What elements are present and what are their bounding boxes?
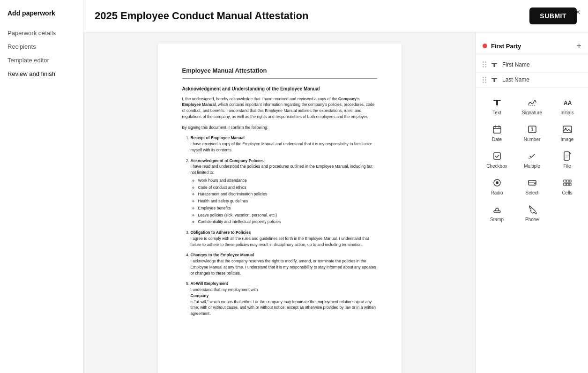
- first-name-label: First Name: [502, 61, 581, 68]
- doc-items-list: Receipt of Employee Manual I have receiv…: [182, 135, 377, 317]
- document-paper: Employee Manual Attestation Acknowledgme…: [158, 44, 402, 373]
- tool-number[interactable]: 1 Number: [515, 119, 549, 145]
- tool-cells[interactable]: Cells: [550, 172, 584, 198]
- content-area: Employee Manual Attestation Acknowledgme…: [83, 32, 588, 373]
- doc-intro: I, the undersigned, hereby acknowledge t…: [182, 96, 377, 120]
- item-title: At-Will Employment: [191, 281, 377, 287]
- svg-rect-28: [566, 183, 569, 186]
- svg-rect-14: [563, 126, 572, 133]
- tool-select-label: Select: [526, 190, 539, 195]
- file-icon: [562, 150, 573, 162]
- svg-rect-29: [569, 183, 571, 186]
- add-party-button[interactable]: +: [576, 42, 581, 50]
- tool-signature-label: Signature: [522, 110, 542, 115]
- multiple-icon: [527, 150, 537, 162]
- stamp-icon: [492, 204, 502, 215]
- tool-stamp[interactable]: Stamp: [480, 199, 514, 225]
- list-item: Acknowledgment of Company Policies I hav…: [191, 158, 377, 225]
- svg-rect-17: [564, 152, 569, 160]
- item-title: Obligation to Adhere to Policies: [191, 230, 377, 236]
- sidebar-item-template-editor[interactable]: Template editor: [0, 53, 83, 67]
- tool-number-label: Number: [524, 137, 541, 142]
- svg-rect-5: [496, 100, 498, 105]
- tool-radio-label: Radio: [491, 190, 503, 195]
- document-preview-area: Employee Manual Attestation Acknowledgme…: [83, 32, 476, 373]
- tool-file[interactable]: File: [550, 146, 584, 172]
- tool-checkbox-label: Checkbox: [486, 164, 507, 169]
- tool-date[interactable]: Date: [480, 119, 514, 145]
- list-item: Receipt of Employee Manual I have receiv…: [191, 135, 377, 153]
- tool-signature[interactable]: Signature: [515, 92, 549, 118]
- topbar: 2025 Employee Conduct Manual Attestation…: [83, 0, 588, 32]
- tool-multiple[interactable]: Multiple: [515, 146, 549, 172]
- tool-multiple-label: Multiple: [524, 164, 540, 169]
- main-area: × 2025 Employee Conduct Manual Attestati…: [83, 0, 588, 373]
- tool-select[interactable]: Select: [515, 172, 549, 198]
- tool-checkbox[interactable]: Checkbox: [480, 146, 514, 172]
- tool-initials-label: Initials: [560, 110, 573, 115]
- select-icon: [527, 177, 537, 188]
- list-item: Harassment and discrimination policies: [198, 191, 377, 197]
- svg-rect-24: [564, 180, 566, 182]
- doc-section-title: Acknowledgment and Understanding of the …: [182, 85, 377, 92]
- svg-rect-26: [569, 180, 571, 182]
- list-item: Work hours and attendance: [198, 178, 377, 184]
- page-title: 2025 Employee Conduct Manual Attestation: [95, 10, 308, 22]
- last-name-field-row[interactable]: Last Name: [476, 73, 588, 88]
- tool-grid: Text Signature AA Initials: [476, 88, 588, 230]
- sidebar-item-paperwork-details[interactable]: Paperwork details: [0, 26, 83, 40]
- sidebar-title: Add paperwork: [0, 9, 83, 26]
- list-item: Obligation to Adhere to Policies I agree…: [191, 230, 377, 247]
- list-item: Changes to the Employee Manual I acknowl…: [191, 252, 377, 276]
- tool-cells-label: Cells: [562, 190, 572, 195]
- svg-rect-30: [494, 211, 500, 212]
- list-item: Health and safety guidelines: [198, 198, 377, 204]
- svg-rect-16: [494, 153, 500, 159]
- text-field-icon: [490, 61, 499, 68]
- svg-rect-27: [564, 183, 566, 186]
- svg-rect-3: [494, 78, 495, 82]
- date-icon: [492, 124, 502, 135]
- sidebar-item-recipients[interactable]: Recipients: [0, 40, 83, 53]
- text-field-icon: [490, 76, 499, 84]
- list-item: Leave policies (sick, vacation, personal…: [198, 212, 377, 218]
- sidebar: Add paperwork Paperwork details Recipien…: [0, 0, 83, 373]
- tool-text-label: Text: [492, 110, 501, 115]
- bullet-list: Work hours and attendance Code of conduc…: [191, 178, 377, 225]
- svg-rect-25: [566, 180, 569, 182]
- checkbox-icon: [492, 150, 502, 162]
- first-name-field-row[interactable]: First Name: [476, 57, 588, 73]
- tool-file-label: File: [563, 164, 571, 169]
- phone-icon: [527, 204, 537, 215]
- item-title: Receipt of Employee Manual: [191, 135, 377, 141]
- tool-phone[interactable]: Phone: [515, 199, 549, 225]
- svg-point-21: [496, 181, 499, 184]
- tool-image[interactable]: Image: [550, 119, 584, 145]
- last-name-label: Last Name: [502, 76, 581, 83]
- tool-text[interactable]: Text: [480, 92, 514, 118]
- party-dot: [483, 44, 487, 48]
- tool-radio[interactable]: Radio: [480, 172, 514, 198]
- item-title: Changes to the Employee Manual: [191, 252, 377, 258]
- number-icon: 1: [527, 124, 537, 135]
- close-button[interactable]: ×: [575, 7, 581, 17]
- image-icon: [562, 124, 573, 135]
- svg-text:AA: AA: [564, 100, 572, 106]
- list-item: Employee benefits: [198, 205, 377, 211]
- tool-stamp-label: Stamp: [490, 217, 504, 222]
- radio-icon: [492, 177, 502, 188]
- tool-image-label: Image: [561, 137, 574, 142]
- doc-title: Employee Manual Attestation: [182, 66, 377, 75]
- doc-signing-text: By signing this document, I confirm the …: [182, 125, 377, 131]
- initials-icon: AA: [562, 97, 573, 108]
- svg-text:1: 1: [531, 127, 534, 132]
- party-row: First Party +: [476, 38, 588, 54]
- svg-rect-8: [493, 127, 501, 133]
- text-icon: [492, 97, 502, 108]
- tool-initials[interactable]: AA Initials: [550, 92, 584, 118]
- list-item: At-Will Employment I understand that my …: [191, 281, 377, 317]
- sidebar-item-review-and-finish[interactable]: Review and finish: [0, 67, 83, 81]
- submit-button[interactable]: SUBMIT: [529, 7, 577, 24]
- right-panel: First Party + First Name: [476, 32, 588, 373]
- tool-date-label: Date: [492, 137, 502, 142]
